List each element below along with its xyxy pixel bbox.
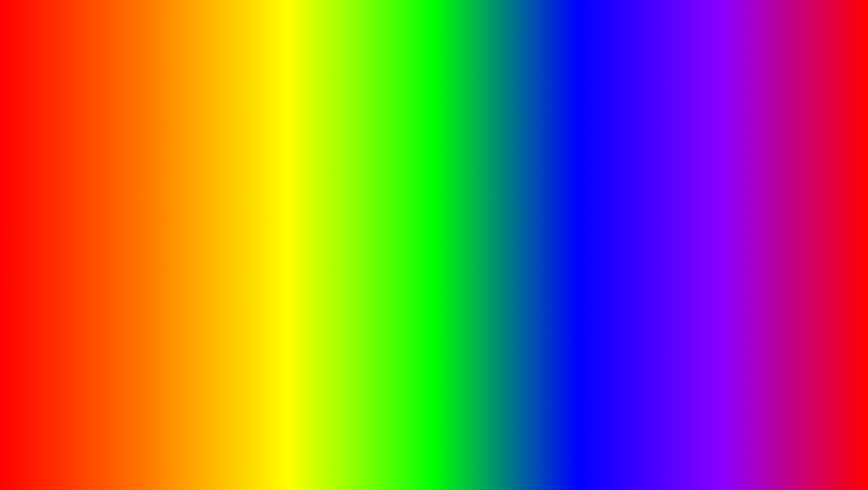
farm-monster-checkbox[interactable] <box>301 261 309 268</box>
panel-green-info: SOW HUB Blox Fruit Update 19 Hr(s): 0 Mi… <box>123 163 255 174</box>
start-auto-farm-label: Start Auto Farm <box>166 221 298 226</box>
explosion-effect <box>496 94 550 161</box>
mastery-section-label: Mastery <box>150 275 313 280</box>
snow-ground <box>4 372 864 417</box>
feature-fast-attack: FAST ATTACK <box>713 256 841 282</box>
feature-auto-raid: AUTO RAID <box>713 154 841 180</box>
panel-green-body: Main Settings Weapons Race V4 Stats Play… <box>105 201 313 286</box>
panel-orange-title: Blox Fruit Update 19 <box>65 128 128 133</box>
green-nav-weapons[interactable]: Weapons <box>105 225 145 236</box>
panel-green: M SOW HUB Blox Fruit Update 19 Hr(s): 0 … <box>99 157 319 324</box>
feature-material: MATERIAL <box>713 180 841 205</box>
feature-mastery: MASTERY <box>713 129 841 155</box>
number-badge: 5 <box>6 401 12 414</box>
select-mode-label: Select Mode Farm : Level Farm <box>155 204 224 209</box>
other-section-label: Other <box>150 234 313 239</box>
panel-green-hrs: Hr(s): 0 Min(s): 3 Sec(s): 18 <box>123 169 255 174</box>
roblox-character <box>527 246 626 417</box>
panel-green-time: [Time]: 00:32:30 [FPS]: 20 [Ping]: 296.7… <box>259 163 313 173</box>
panel-green-hub-name: SOW HUB Blox Fruit Update 19 <box>123 163 255 169</box>
green-content: Select Mode Farm : Level Farm ▼ M Start … <box>150 201 313 286</box>
select-monster-arrow: ▼ <box>304 245 309 250</box>
farm-monster-icon: M <box>155 260 163 268</box>
select-monster-dropdown[interactable]: Select Monster : ▼ <box>150 242 313 254</box>
candy-cane-2 <box>680 49 694 206</box>
panel-green-avatar <box>105 182 119 196</box>
panel-orange-header: M Blox Fruit Update 19 Hr(s): 0 Min(s): … <box>50 126 175 139</box>
start-farm-icon: M <box>155 219 163 227</box>
select-monster-label: Select Monster : <box>155 245 190 250</box>
main-title: BLOX FRUITS <box>204 4 664 87</box>
feature-smooth: SMOOTH <box>713 282 841 307</box>
candy-cane-1 <box>31 26 46 206</box>
select-mode-dropdown[interactable]: Select Mode Farm : Level Farm ▼ <box>150 201 313 213</box>
green-nav-main[interactable]: Main <box>105 201 145 211</box>
panel-orange-username: XxArSendxX <box>69 147 94 151</box>
start-auto-farm-checkbox[interactable]: ✓ <box>301 220 309 227</box>
green-nav-settings[interactable]: Settings <box>105 213 145 223</box>
bf-emblem: ☠ <box>781 417 821 458</box>
star-decoration: ★ <box>639 355 671 396</box>
feature-auto-farm: AUTO FARM <box>713 103 841 129</box>
farm-selected-monster-row: M Farm Selected Monster <box>150 257 313 272</box>
feature-auto-quest: AUTO QUEST <box>713 231 841 256</box>
green-nav-player[interactable]: Player <box>105 262 145 272</box>
panel-orange-time: [Time]: 00:33:10 [FPS]: 29 [Ping]: 315.2… <box>128 128 175 137</box>
main-container: ★ BLOX FRUITS AUTO FARM MASTERY AUTO RAI… <box>0 0 868 490</box>
panel-orange-hrs: Hr(s): 0 Min(s): 3 Sec(s): 57 <box>65 133 128 138</box>
green-nav-stats[interactable]: Stats <box>105 249 145 260</box>
green-nav-race-v4[interactable]: Race V4 <box>105 237 145 248</box>
bf-text: FRUITS <box>761 458 841 482</box>
feature-list: AUTO FARM MASTERY AUTO RAID MATERIAL BOS… <box>713 103 841 307</box>
panel-orange-logo: M <box>50 126 63 139</box>
bf-logo-bottom: ☠ FRUITS <box>761 417 841 482</box>
panel-orange-user: XxArSendxX <box>50 141 175 157</box>
start-auto-farm-row: M Start Auto Farm ✓ <box>150 216 313 231</box>
bottom-auto-farm: AUTO FARM <box>169 421 409 468</box>
bottom-pastebin: PASTEBIN <box>542 427 699 463</box>
feature-boss-farm: BOSS FARM <box>713 205 841 231</box>
bf-skull-icon: ☠ <box>793 427 809 448</box>
sow-logo: M <box>105 163 119 178</box>
panel-orange-avatar <box>50 141 66 157</box>
panel-green-username: XxArSendxX <box>123 187 151 192</box>
panel-orange-title-area: Blox Fruit Update 19 Hr(s): 0 Min(s): 3 … <box>65 128 128 138</box>
green-sidebar: Main Settings Weapons Race V4 Stats Play… <box>105 201 145 286</box>
bottom-text: AUTO FARM SCRIPT PASTEBIN <box>169 421 699 468</box>
farm-selected-monster-label: Farm Selected Monster <box>166 262 298 267</box>
green-nav-teleport[interactable]: Teleport <box>105 274 145 284</box>
bottom-script: SCRIPT <box>418 427 533 463</box>
panel-green-header: M SOW HUB Blox Fruit Update 19 Hr(s): 0 … <box>105 163 313 178</box>
panel-green-user: XxArSendxX <box>105 182 313 196</box>
select-mode-arrow: ▼ <box>304 205 309 209</box>
